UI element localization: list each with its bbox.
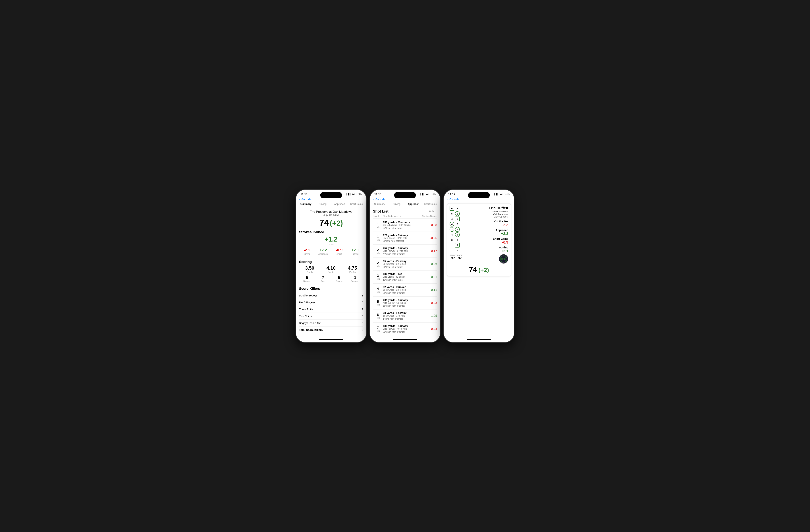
par3-val: 3.50 [299, 265, 320, 271]
tab-driving-2[interactable]: Driving [388, 201, 405, 207]
par3-col: 3.50 Par 3s [299, 265, 320, 273]
screen-content-2: Shot List Hole ⌃ Hole # Start Distance -… [370, 207, 440, 337]
killer-val-2: 2 [362, 308, 363, 311]
shot-details-7: 98 yards - Fairway 56 to Green - 1' to h… [383, 311, 419, 321]
tab-shortgame-1[interactable]: Short Game [348, 201, 365, 207]
signal-icon-2: ▌▌▌ [420, 193, 425, 195]
course-name-1: The Preserve at Oak Meadows [299, 210, 363, 214]
back-button-2[interactable]: ‹ Rounds [373, 197, 385, 201]
dynamic-island-3 [468, 192, 490, 198]
killer-label-total: Total Score Killers [299, 328, 323, 332]
strokes-gained-title: Strokes Gained [299, 230, 363, 234]
sg-label-driving: Driving [299, 253, 315, 255]
shot-row-5: 4 Hole 52 yards - Bunker 56 to Green - 2… [373, 284, 437, 296]
shot-row-6: 5 Hole 209 yards - Fairway 4i to Bunker … [373, 296, 437, 310]
score-killers-title: Score Killers [299, 287, 363, 291]
home-bar-3 [467, 339, 491, 340]
home-indicator-1 [296, 337, 366, 342]
hole-b3: 5 [455, 216, 460, 221]
shot-hole-7: 6 Hole [373, 313, 383, 319]
killer-val-3: 0 [362, 315, 363, 318]
shot-hole-6: 5 Hole [373, 300, 383, 306]
home-indicator-3 [444, 337, 514, 342]
par4-val: 4.10 [320, 265, 342, 271]
shot-hole-2: 2 Hole [373, 248, 383, 254]
doubles-label: Doubles+ [347, 280, 363, 282]
stat-approach-val: +2.2 [465, 231, 508, 236]
hole-grid-left: 6 5 4 4 3 4 3 3 3 [450, 206, 463, 260]
hole-b6: 4 [455, 232, 460, 237]
battery-icon-2: 74% [431, 193, 436, 195]
phone-2: 11:18 ▌▌▌ WiFi 74% ‹ Rounds Summary Driv… [370, 190, 440, 342]
shot-pattern-logo: SHOT PATTERN [499, 254, 508, 264]
killer-label-2: Three Putts [299, 308, 313, 311]
hole-b2: 3 [455, 211, 460, 216]
sort-chevron-icon: ⌃ [435, 210, 437, 213]
killer-label-4: Bogeys Inside 150 [299, 321, 321, 324]
sg-item-driving: -2.2 Driving [299, 248, 315, 255]
sg-val-short: -0.9 [331, 248, 347, 253]
killer-val-0: 1 [362, 294, 363, 297]
killer-label-0: Double Bogeys [299, 294, 318, 297]
hole-sort[interactable]: Hole ⌃ [429, 210, 437, 213]
killer-val-4: 0 [362, 321, 363, 324]
bogeys-label: Bogeys [331, 280, 347, 282]
home-bar-2 [393, 339, 417, 340]
back-chevron-icon-3: ‹ [447, 197, 448, 201]
stat-short-val: -0.9 [465, 240, 508, 244]
shot-hole-1: 1 Hole [373, 235, 383, 241]
wifi-icon: WiFi [352, 193, 356, 195]
shot-sg-0: -0.08 [419, 223, 437, 227]
sg-val-driving: -2.2 [299, 248, 315, 253]
back-button-1[interactable]: ‹ Rounds [299, 197, 311, 201]
shot-sg-3: +0.06 [419, 262, 437, 266]
birdies-label: Birdies+ [299, 280, 315, 282]
sg-val-approach: +2.2 [315, 248, 331, 253]
battery-icon-3: 74% [505, 193, 509, 195]
score-display-1: 74 (+2) [299, 217, 363, 228]
shot-hole-5: 4 Hole [373, 287, 383, 293]
player-info-col: Eric Duffett The Preserve atOak Meadows … [465, 206, 508, 264]
shot-hole-4: 3 Hole [373, 274, 383, 280]
screen-content-3: 6 5 4 4 3 4 3 3 3 [444, 201, 514, 337]
player-name: Eric Duffett [465, 206, 508, 210]
shot-rows-container: 1 Hole 131 yards - Recovery Gw to Fairwa… [373, 219, 437, 335]
shot-details-8: 139 yards - Fairway 9i to Fairway - 48' … [383, 324, 419, 334]
stat-approach-label: Approach [465, 228, 508, 231]
time-2: 11:18 [374, 192, 381, 195]
shot-sg-2: -0.17 [419, 249, 437, 253]
sg-item-approach: +2.2 Approach [315, 248, 331, 255]
shot-row-0: 1 Hole 131 yards - Recovery Gw to Fairwa… [373, 219, 437, 232]
killer-row-2: Three Putts 2 [299, 306, 363, 313]
shot-details-6: 209 yards - Fairway 4i to Bunker - 63' t… [383, 299, 419, 308]
pars-val: 7 [315, 275, 331, 280]
time-1: 11:18 [301, 192, 307, 195]
tab-approach-2[interactable]: Approach [405, 201, 422, 207]
pars-label: Pars [315, 280, 331, 282]
back-chevron-icon: ‹ [299, 197, 300, 201]
hole-f4: 4 [450, 222, 454, 226]
status-icons-3: ▌▌▌ WiFi 74% [494, 193, 509, 195]
stat-tee-label: Off the Tee [465, 220, 508, 223]
tab-driving-1[interactable]: Driving [314, 201, 331, 207]
tab-summary-2[interactable]: Summary [371, 201, 388, 207]
sg-item-putting: +2.1 Putting [347, 248, 363, 255]
shot-sg-8: -0.23 [419, 327, 437, 331]
sg-label-short: Short [331, 253, 347, 255]
birdies-col: 5 Birdies+ [299, 275, 315, 282]
player-date: July 18, 2024 [465, 216, 508, 218]
killer-row-0: Double Bogeys 1 [299, 292, 363, 299]
par5-col: 4.75 Par 5s [342, 265, 363, 273]
tab-shortgame-2[interactable]: Short Game [422, 201, 439, 207]
hole-b7: 3 [455, 238, 460, 242]
par4-col: 4.10 Par 4s [320, 265, 342, 273]
tab-approach-1[interactable]: Approach [331, 201, 348, 207]
card-score-row: 74 (+2) [450, 265, 508, 274]
killer-row-total: Total Score Killers 3 [299, 326, 363, 334]
back-label-3: Rounds [449, 197, 459, 201]
pars-col: 7 Pars [315, 275, 331, 282]
bogeys-val: 5 [331, 275, 347, 280]
hole-f6: 4 [450, 232, 454, 237]
back-button-3[interactable]: ‹ Rounds [447, 197, 459, 201]
tab-summary-1[interactable]: Summary [297, 201, 314, 207]
